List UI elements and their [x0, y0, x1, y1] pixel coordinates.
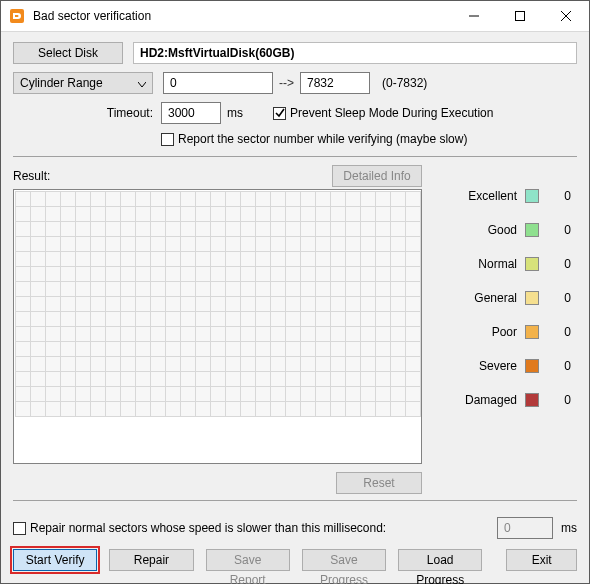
sector-cell [375, 236, 391, 252]
load-progress-button[interactable]: Load Progress [398, 549, 482, 571]
window-title: Bad sector verification [33, 9, 451, 23]
sector-cell [60, 296, 76, 312]
sector-cell [15, 236, 31, 252]
sector-cell [135, 371, 151, 387]
sector-cell [180, 206, 196, 222]
svg-rect-0 [10, 9, 24, 23]
sector-cell [330, 401, 346, 417]
reset-button[interactable]: Reset [336, 472, 422, 494]
sector-cell [300, 341, 316, 357]
maximize-button[interactable] [497, 1, 543, 31]
svg-rect-1 [516, 12, 525, 21]
sector-cell [30, 281, 46, 297]
legend-item: Normal0 [432, 247, 571, 281]
sector-cell [315, 311, 331, 327]
sector-cell [300, 371, 316, 387]
sector-cell [210, 251, 226, 267]
close-button[interactable] [543, 1, 589, 31]
sector-cell [330, 371, 346, 387]
sector-cell [240, 296, 256, 312]
sector-cell [30, 371, 46, 387]
detailed-info-button[interactable]: Detailed Info [332, 165, 422, 187]
sector-cell [15, 371, 31, 387]
sector-cell [225, 251, 241, 267]
sector-cell [15, 341, 31, 357]
result-area: Result: Detailed Info Reset Excellent0Go… [13, 165, 577, 494]
report-sector-checkbox[interactable]: Report the sector number while verifying… [161, 132, 467, 146]
repair-button[interactable]: Repair [109, 549, 193, 571]
sector-cell [390, 221, 406, 237]
sector-cell [360, 341, 376, 357]
sector-cell [375, 266, 391, 282]
sector-cell [315, 401, 331, 417]
save-progress-button[interactable]: Save Progress [302, 549, 386, 571]
sector-cell [330, 191, 346, 207]
sector-cell [345, 191, 361, 207]
sector-cell [360, 296, 376, 312]
sector-cell [285, 281, 301, 297]
sector-cell [255, 236, 271, 252]
sector-cell [210, 236, 226, 252]
sector-cell [390, 311, 406, 327]
sector-cell [195, 221, 211, 237]
sector-cell [30, 296, 46, 312]
sector-cell [300, 281, 316, 297]
sector-cell [315, 326, 331, 342]
exit-button[interactable]: Exit [506, 549, 577, 571]
sector-cell [330, 296, 346, 312]
sector-cell [165, 386, 181, 402]
range-start-input[interactable] [163, 72, 273, 94]
sector-cell [300, 206, 316, 222]
range-end-input[interactable] [300, 72, 370, 94]
prevent-sleep-checkbox[interactable]: Prevent Sleep Mode During Execution [273, 106, 493, 120]
sector-cell [300, 191, 316, 207]
sector-cell [390, 236, 406, 252]
sector-cell [15, 206, 31, 222]
sector-cell [210, 386, 226, 402]
range-mode-combo[interactable]: Cylinder Range [13, 72, 153, 94]
sector-cell [135, 401, 151, 417]
legend-label: Good [488, 223, 517, 237]
sector-cell [360, 371, 376, 387]
save-report-button[interactable]: Save Report [206, 549, 290, 571]
sector-cell [135, 266, 151, 282]
sector-cell [180, 221, 196, 237]
sector-cell [345, 311, 361, 327]
sector-cell [390, 326, 406, 342]
sector-cell [315, 371, 331, 387]
sector-cell [60, 326, 76, 342]
sector-cell [345, 326, 361, 342]
sector-cell [45, 296, 61, 312]
sector-cell [180, 191, 196, 207]
sector-cell [270, 281, 286, 297]
sector-cell [75, 356, 91, 372]
sector-cell [165, 266, 181, 282]
sector-cell [315, 221, 331, 237]
repair-slow-checkbox[interactable]: Repair normal sectors whose speed is slo… [13, 521, 386, 535]
timeout-input[interactable] [161, 102, 221, 124]
sector-cell [180, 326, 196, 342]
sector-cell [330, 221, 346, 237]
sector-cell [240, 341, 256, 357]
sector-cell [405, 401, 421, 417]
sector-cell [105, 236, 121, 252]
sector-cell [240, 281, 256, 297]
legend-count: 0 [549, 291, 571, 305]
sector-cell [60, 206, 76, 222]
legend-item: Severe0 [432, 349, 571, 383]
checkbox-icon [161, 133, 174, 146]
sector-cell [375, 401, 391, 417]
select-disk-button[interactable]: Select Disk [13, 42, 123, 64]
legend-swatch [525, 189, 539, 203]
minimize-button[interactable] [451, 1, 497, 31]
start-verify-button[interactable]: Start Verify [13, 549, 97, 571]
sector-cell [15, 221, 31, 237]
sector-cell [150, 236, 166, 252]
sector-cell [285, 236, 301, 252]
sector-cell [60, 356, 76, 372]
sector-cell [270, 311, 286, 327]
sector-cell [30, 191, 46, 207]
sector-cell [165, 251, 181, 267]
sector-cell [390, 386, 406, 402]
close-icon [561, 11, 571, 21]
